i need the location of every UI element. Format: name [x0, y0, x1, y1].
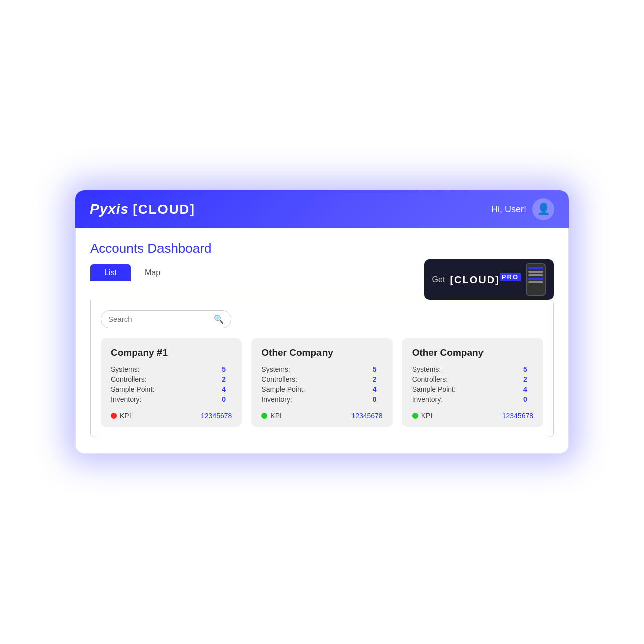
company-name-3: Other Company	[412, 347, 533, 358]
controllers-label-1: Controllers:	[111, 375, 147, 383]
inventory-value-2: 0	[373, 395, 383, 404]
main-content: Accounts Dashboard List Map Get [CLOUD]P…	[75, 228, 569, 454]
controllers-value-3: 2	[523, 375, 533, 383]
card-id-3: 12345678	[502, 412, 533, 420]
inventory-label-2: Inventory:	[261, 395, 292, 404]
search-bar: 🔍	[101, 310, 231, 328]
tabs-promo-row: List Map Get [CLOUD]PRO	[90, 264, 554, 300]
phone-line-2	[528, 271, 543, 273]
samplepoint-value-2: 4	[373, 385, 383, 393]
card-stats-3: Systems: 5 Controllers: 2 Sample Point: …	[412, 365, 533, 404]
app-window: Pyxis [CLOUD] Hi, User! 👤 Accounts Dashb…	[75, 190, 569, 454]
cloud-bracket-left: [	[133, 202, 138, 217]
card-footer-2: KPI 12345678	[261, 412, 382, 420]
stat-samplepoint-1: Sample Point: 4	[111, 385, 232, 393]
list-panel: 🔍 Company #1 Systems: 5 Controllers: 2	[90, 300, 554, 437]
card-footer-1: KPI 12345678	[111, 412, 232, 420]
cloud-bracket-right: ]	[190, 202, 195, 217]
card-id-1: 12345678	[201, 412, 232, 420]
card-footer-3: KPI 12345678	[412, 412, 533, 420]
promo-cloud-text: [CLOUD]PRO	[450, 273, 521, 286]
stat-inventory-3: Inventory: 0	[412, 395, 533, 404]
kpi-indicator-2: KPI	[261, 412, 282, 420]
inventory-value-3: 0	[523, 395, 533, 404]
stat-samplepoint-3: Sample Point: 4	[412, 385, 533, 393]
stat-inventory-1: Inventory: 0	[111, 395, 232, 404]
tab-map[interactable]: Map	[131, 264, 175, 281]
controllers-value-2: 2	[373, 375, 383, 383]
kpi-label-2: KPI	[270, 412, 282, 420]
kpi-label-1: KPI	[120, 412, 131, 420]
samplepoint-label-3: Sample Point:	[412, 385, 456, 393]
search-icon: 🔍	[214, 314, 224, 324]
systems-value-3: 5	[523, 365, 533, 373]
phone-line-4	[528, 278, 543, 280]
company-name-1: Company #1	[111, 347, 232, 358]
search-input[interactable]	[108, 315, 212, 324]
systems-label-2: Systems:	[261, 365, 290, 373]
company-card-3[interactable]: Other Company Systems: 5 Controllers: 2 …	[402, 338, 543, 427]
stat-systems-3: Systems: 5	[412, 365, 533, 373]
kpi-indicator-1: KPI	[111, 412, 131, 420]
systems-value-1: 5	[222, 365, 232, 373]
companies-grid: Company #1 Systems: 5 Controllers: 2 Sam…	[101, 338, 543, 427]
kpi-dot-1	[111, 413, 117, 419]
promo-pro-badge: PRO	[500, 273, 521, 281]
stat-samplepoint-2: Sample Point: 4	[261, 385, 382, 393]
samplepoint-label-1: Sample Point:	[111, 385, 154, 393]
phone-line-5	[528, 281, 543, 283]
company-name-2: Other Company	[261, 347, 382, 358]
samplepoint-value-3: 4	[523, 385, 533, 393]
stat-inventory-2: Inventory: 0	[261, 395, 382, 404]
page-title: Accounts Dashboard	[90, 240, 554, 256]
kpi-indicator-3: KPI	[412, 412, 433, 420]
stat-systems-1: Systems: 5	[111, 365, 232, 373]
controllers-value-1: 2	[222, 375, 232, 383]
stat-systems-2: Systems: 5	[261, 365, 382, 373]
card-id-2: 12345678	[351, 412, 382, 420]
phone-line-3	[528, 274, 543, 276]
card-stats-1: Systems: 5 Controllers: 2 Sample Point: …	[111, 365, 232, 404]
promo-banner[interactable]: Get [CLOUD]PRO	[424, 259, 554, 300]
stat-controllers-2: Controllers: 2	[261, 375, 382, 383]
inventory-label-3: Inventory:	[412, 395, 443, 404]
systems-label-3: Systems:	[412, 365, 441, 373]
kpi-dot-3	[412, 413, 418, 419]
phone-line-1	[528, 267, 543, 269]
systems-label-1: Systems:	[111, 365, 140, 373]
inventory-label-1: Inventory:	[111, 395, 141, 404]
systems-value-2: 5	[373, 365, 383, 373]
company-card-1[interactable]: Company #1 Systems: 5 Controllers: 2 Sam…	[101, 338, 242, 427]
controllers-label-2: Controllers:	[261, 375, 297, 383]
samplepoint-label-2: Sample Point:	[261, 385, 305, 393]
samplepoint-value-1: 4	[222, 385, 232, 393]
kpi-label-3: KPI	[421, 412, 433, 420]
app-header: Pyxis [CLOUD] Hi, User! 👤	[75, 190, 569, 228]
card-stats-2: Systems: 5 Controllers: 2 Sample Point: …	[261, 365, 382, 404]
pyxis-logo: Pyxis	[90, 201, 129, 217]
header-right: Hi, User! 👤	[491, 198, 554, 220]
user-avatar[interactable]: 👤	[532, 198, 554, 220]
stat-controllers-1: Controllers: 2	[111, 375, 232, 383]
cloud-logo: [CLOUD]	[133, 202, 195, 217]
promo-get-text: Get	[432, 275, 445, 284]
stat-controllers-3: Controllers: 2	[412, 375, 533, 383]
tab-bar: List Map	[90, 264, 175, 281]
logo-area: Pyxis [CLOUD]	[90, 201, 195, 217]
controllers-label-3: Controllers:	[412, 375, 448, 383]
inventory-value-1: 0	[222, 395, 232, 404]
avatar-icon: 👤	[537, 203, 550, 216]
phone-mockup	[526, 263, 546, 296]
company-card-2[interactable]: Other Company Systems: 5 Controllers: 2 …	[251, 338, 392, 427]
tab-list[interactable]: List	[90, 264, 131, 281]
kpi-dot-2	[261, 413, 267, 419]
greeting-text: Hi, User!	[491, 204, 526, 215]
